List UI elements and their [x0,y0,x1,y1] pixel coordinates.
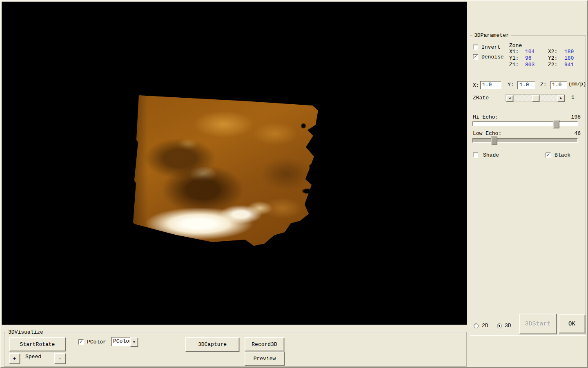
plus-icon: + [13,356,16,362]
scale-z-value: 1.0 [552,82,561,88]
parameter-group-title: 3DParameter [472,32,511,38]
pcolor-checkbox[interactable] [78,339,84,345]
scale-x-input[interactable]: 1.0 [480,81,501,89]
zone-x1-label: X1: [509,49,519,55]
invert-checkbox[interactable] [473,45,478,50]
ultrasound-volume-render[interactable] [131,93,321,249]
zrate-right-arrow-button[interactable]: ▶ [557,95,565,102]
scale-z-input[interactable]: 1.0 [550,81,567,89]
zrate-scrollbar[interactable]: ◀ ▶ [506,94,565,101]
scale-unit-label: (mm/p) [568,81,586,87]
mode-3d-label: 3D [505,323,511,329]
3dstart-button[interactable]: 3DStart [519,314,557,334]
start-rotate-label: StartRotate [20,341,55,348]
black-label: Black [555,153,570,158]
black-checkbox[interactable] [546,153,551,158]
record3d-label: Record3D [252,341,277,348]
zrate-thumb[interactable] [532,95,539,102]
hi-echo-slider-thumb[interactable] [553,120,559,128]
zone-z1-value: 803 [525,62,535,68]
parameter-groupbox: 3DParameter [470,35,586,335]
zrate-value: 1 [571,95,575,101]
denoise-checkbox[interactable] [473,54,478,60]
pcolor-label: PColor [87,339,106,345]
pcolor-dropdown-button[interactable]: ▼ [130,337,138,347]
scale-y-label: Y: [508,82,514,88]
low-echo-slider-track[interactable] [472,138,578,143]
scale-y-input[interactable]: 1.0 [517,81,535,89]
scale-y-value: 1.0 [519,82,529,88]
low-echo-label: Low Echo: [473,131,501,137]
shade-checkbox[interactable] [473,153,478,158]
zone-title: Zone [509,43,522,49]
mode-2d-label: 2D [482,323,488,329]
zone-y2-label: Y2: [548,56,557,61]
pcolor-dropdown[interactable]: PColor ▼ [111,337,138,346]
check-icon [547,153,550,157]
render-viewport[interactable] [2,2,467,325]
visualize-group-title: 3DVisualize [7,329,45,335]
speed-minus-button[interactable]: - [54,353,66,364]
zone-x1-value: 104 [525,49,535,55]
shade-label: Shade [483,153,499,158]
zone-z2-value: 941 [564,62,574,68]
denoise-label: Denoise [481,54,504,60]
preview-button[interactable]: Preview [245,352,285,366]
zone-z2-label: Z2: [548,62,557,68]
scale-x-value: 1.0 [482,82,492,88]
zone-z1-label: Z1: [509,62,519,68]
record3d-button[interactable]: Record3D [245,337,284,351]
zone-x2-label: X2: [548,49,557,55]
low-echo-slider-thumb[interactable] [491,137,497,145]
zrate-left-arrow-button[interactable]: ◀ [506,95,513,102]
zone-y1-label: Y1: [509,56,519,61]
3dstart-button-label: 3DStart [525,321,550,328]
arrow-left-icon: ◀ [509,97,510,100]
app-window: 3DParameter Invert Denoise Zone X1: 104 … [0,0,588,368]
minus-icon: - [58,356,62,362]
chevron-down-icon: ▼ [133,341,135,344]
hi-echo-value: 198 [571,114,581,120]
low-echo-value: 46 [571,131,581,137]
hi-echo-slider-track[interactable] [472,121,578,126]
zrate-label: ZRate [473,95,489,101]
preview-label: Preview [254,356,276,362]
zone-x2-value: 189 [564,49,574,55]
mode-3d-radio[interactable] [497,323,502,328]
zone-y2-value: 180 [564,56,574,61]
pcolor-dropdown-value: PColor [113,339,132,344]
ok-button-label: OK [568,321,575,327]
arrow-right-icon: ▶ [560,97,562,100]
mode-2d-radio[interactable] [474,323,479,328]
speed-label: Speed [25,354,41,360]
scale-x-label: X: [473,83,479,88]
3dcapture-label: 3DCapture [198,341,227,348]
hi-echo-label: Hi Echo: [473,114,498,120]
check-icon [474,55,477,59]
speed-plus-button[interactable]: + [9,353,20,364]
3dcapture-button[interactable]: 3DCapture [185,337,239,352]
invert-label: Invert [481,45,501,50]
ok-button[interactable]: OK [559,314,585,333]
start-rotate-button[interactable]: StartRotate [9,337,66,351]
scale-z-label: Z: [540,82,547,88]
check-icon [80,340,82,344]
zone-y1-value: 96 [525,56,532,61]
